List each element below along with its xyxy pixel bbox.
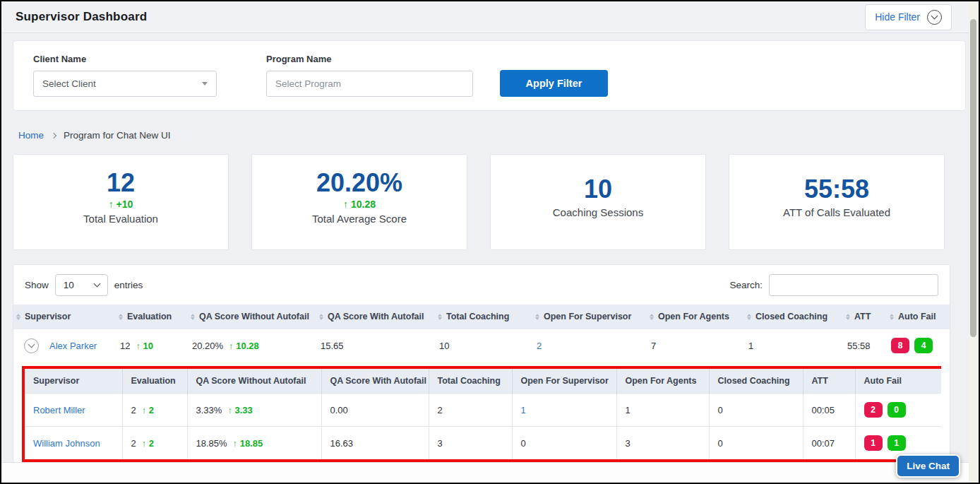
sort-icon — [438, 314, 442, 320]
breadcrumb-current: Program for Chat New UI — [64, 130, 171, 141]
hide-filter-label: Hide Filter — [875, 11, 920, 23]
table-row-william-johnson: William Johnson 2↑ 2 18.85%↑ 18.85 16.63… — [25, 427, 941, 460]
autofail-red-badge: 2 — [864, 402, 883, 418]
supervisor-dashboard-page: Supervisor Dashboard Hide Filter Client … — [0, 0, 980, 484]
qa-with-value: 15.65 — [321, 341, 344, 351]
sort-icon — [119, 314, 123, 320]
open-for-agents-value: 1 — [626, 405, 631, 415]
sort-icon — [16, 314, 20, 320]
chevron-right-icon — [51, 133, 56, 138]
total-coaching-value: 2 — [438, 405, 443, 415]
footer-strip — [1, 462, 969, 483]
table-row-robert-miller: Robert Miller 2↑ 2 3.33%↑ 3.33 0.00 2 1 … — [25, 394, 941, 427]
program-name-input[interactable] — [266, 71, 473, 97]
page-size-select[interactable]: 10 — [55, 274, 108, 296]
table-controls: Show 10 entries Search: — [13, 265, 950, 305]
col-header-total-coaching[interactable]: Total Coaching — [435, 305, 532, 329]
inner-col-qa-without-autofail: QA Score Without Autofail — [187, 369, 321, 394]
expand-row-icon[interactable] — [24, 338, 39, 353]
show-entries-control: Show 10 entries — [25, 274, 143, 296]
scrollbar-thumb[interactable] — [970, 19, 976, 337]
open-for-agents-value: 3 — [626, 438, 631, 449]
evaluation-value: 2 — [131, 438, 136, 449]
stat-delta: ↑ 10.28 — [343, 199, 376, 210]
col-header-closed-coaching[interactable]: Closed Coaching — [744, 305, 843, 329]
supervisor-table: Supervisor Evaluation QA Score Without A… — [13, 305, 950, 362]
stat-value: 12 — [107, 168, 135, 197]
client-name-field-group: Client Name Select Client — [33, 54, 217, 97]
autofail-green-badge: 0 — [888, 402, 906, 418]
supervisor-link[interactable]: William Johnson — [33, 438, 100, 449]
entries-label: entries — [114, 280, 143, 290]
open-for-agents-value: 7 — [651, 341, 656, 351]
qa-without-value: 3.33% — [196, 405, 222, 415]
outer-table-header-row: Supervisor Evaluation QA Score Without A… — [13, 305, 950, 329]
total-coaching-value: 3 — [438, 438, 443, 449]
inner-col-auto-fail: Auto Fail — [855, 369, 941, 394]
supervisor-table-card: Show 10 entries Search: Supervis — [13, 264, 950, 472]
client-select[interactable]: Select Client — [33, 71, 217, 97]
evaluation-value: 2 — [131, 405, 136, 415]
stat-label: Total Evaluation — [83, 213, 158, 225]
open-for-supervisor-link[interactable]: 2 — [537, 341, 542, 351]
supervisor-link[interactable]: Alex Parker — [49, 341, 97, 351]
evaluation-delta: ↑ 10 — [136, 341, 153, 351]
evaluation-delta: ↑ 2 — [142, 438, 154, 449]
col-header-att[interactable]: ATT — [843, 305, 887, 329]
stat-card-att-calls-evaluated: 55:58 ATT of Calls Evaluated — [729, 154, 945, 250]
inner-col-evaluation: Evaluation — [122, 369, 187, 394]
col-header-auto-fail[interactable]: Auto Fail — [887, 305, 950, 329]
autofail-green-badge: 1 — [888, 435, 906, 451]
stat-cards-row: 12 ↑ +10 Total Evaluation 20.20% ↑ 10.28… — [13, 154, 945, 250]
supervisor-link[interactable]: Robert Miller — [33, 405, 85, 415]
page-title: Supervisor Dashboard — [16, 10, 147, 24]
open-for-supervisor-link[interactable]: 1 — [521, 405, 526, 415]
show-label: Show — [25, 280, 49, 290]
col-header-qa-without-autofail[interactable]: QA Score Without Autofail — [188, 305, 316, 329]
col-header-open-for-agents[interactable]: Open For Agents — [647, 305, 744, 329]
col-header-supervisor[interactable]: Supervisor — [13, 305, 116, 329]
sort-icon — [191, 314, 195, 320]
qa-without-delta: ↑ 3.33 — [227, 405, 252, 415]
caret-down-icon — [202, 82, 208, 85]
att-value: 55:58 — [847, 341, 871, 351]
stat-card-total-average-score: 20.20% ↑ 10.28 Total Average Score — [251, 154, 467, 250]
apply-filter-button[interactable]: Apply Filter — [500, 70, 608, 97]
live-chat-button[interactable]: Live Chat — [896, 454, 960, 478]
inner-col-total-coaching: Total Coaching — [429, 369, 512, 394]
sort-icon — [846, 314, 850, 320]
stat-delta: ↑ +10 — [109, 199, 133, 210]
search-input[interactable] — [769, 274, 938, 296]
stat-value: 55:58 — [804, 175, 869, 203]
evaluation-value: 12 — [120, 341, 130, 351]
qa-without-delta: ↑ 10.28 — [229, 341, 259, 351]
qa-without-value: 20.20% — [192, 341, 223, 351]
qa-with-value: 0.00 — [330, 405, 348, 415]
autofail-green-badge: 4 — [914, 338, 933, 353]
closed-coaching-value: 0 — [718, 405, 723, 415]
total-coaching-value: 10 — [439, 341, 449, 351]
nested-supervisor-table: Supervisor Evaluation QA Score Without A… — [25, 369, 941, 459]
program-name-label: Program Name — [266, 54, 473, 64]
breadcrumb: Home Program for Chat New UI — [18, 130, 979, 141]
client-name-label: Client Name — [33, 54, 217, 64]
qa-without-value: 18.85% — [196, 438, 227, 449]
hide-filter-button[interactable]: Hide Filter — [865, 4, 952, 30]
att-value: 00:05 — [812, 405, 835, 415]
col-header-evaluation[interactable]: Evaluation — [116, 305, 188, 329]
inner-col-qa-with-autofail: QA Score With Autofail — [321, 369, 429, 394]
breadcrumb-home-link[interactable]: Home — [18, 130, 44, 141]
search-control: Search: — [729, 274, 938, 296]
vertical-scrollbar[interactable] — [969, 1, 979, 483]
inner-col-closed-coaching: Closed Coaching — [709, 369, 803, 394]
stat-card-total-evaluation: 12 ↑ +10 Total Evaluation — [13, 154, 229, 250]
stat-value: 20.20% — [316, 168, 402, 197]
stat-card-coaching-sessions: 10 Coaching Sessions — [490, 154, 706, 250]
page-size-value: 10 — [64, 280, 74, 290]
stat-label: ATT of Calls Evaluated — [783, 206, 890, 218]
chevron-down-icon — [93, 281, 100, 288]
program-name-field-group: Program Name — [266, 54, 473, 97]
col-header-open-for-supervisor[interactable]: Open For Supervisor — [532, 305, 647, 329]
top-bar: Supervisor Dashboard Hide Filter — [1, 1, 979, 33]
col-header-qa-with-autofail[interactable]: QA Score With Autofail — [316, 305, 435, 329]
